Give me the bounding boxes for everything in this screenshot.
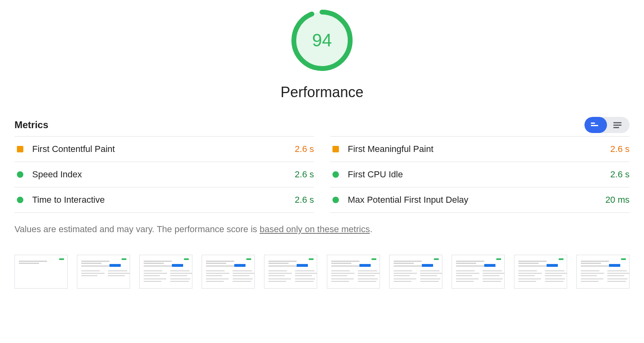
metric-left: Max Potential First Input Delay: [330, 195, 469, 205]
filmstrip-thumbnail[interactable]: [202, 255, 255, 289]
filmstrip-thumbnail[interactable]: [14, 255, 68, 289]
metric-value: 2.6 s: [610, 169, 630, 180]
filmstrip-thumbnail[interactable]: [514, 255, 567, 289]
metric-label: Speed Index: [32, 169, 82, 180]
metric-value: 2.6 s: [295, 144, 314, 154]
score-gauge: 94: [290, 8, 354, 73]
metric-label: First CPU Idle: [348, 169, 403, 180]
filmstrip-thumbnail[interactable]: [452, 255, 505, 289]
metric-label: First Contentful Paint: [32, 144, 115, 154]
svg-rect-4: [613, 122, 621, 123]
svg-rect-6: [613, 127, 619, 128]
metric-left: First Meaningful Paint: [330, 144, 433, 154]
metric-row: First Contentful Paint2.6 s: [14, 136, 314, 162]
filmstrip: [14, 255, 630, 289]
metric-row: Speed Index2.6 s: [14, 162, 314, 187]
metric-left: Speed Index: [14, 169, 82, 180]
metrics-view-toggle: [584, 117, 630, 133]
metric-label: First Meaningful Paint: [348, 144, 433, 154]
metric-value: 2.6 s: [610, 144, 630, 154]
status-pass-icon: [332, 197, 339, 203]
score-section: 94 Performance: [14, 8, 630, 101]
metric-row: Time to Interactive2.6 s: [14, 187, 314, 213]
filmstrip-thumbnail[interactable]: [77, 255, 130, 289]
metric-value: 2.6 s: [295, 195, 314, 205]
status-pass-icon: [17, 197, 23, 203]
metrics-header: Metrics: [14, 117, 630, 133]
category-title: Performance: [281, 84, 363, 101]
metric-label: Time to Interactive: [32, 195, 105, 205]
metric-row: Max Potential First Input Delay20 ms: [330, 187, 630, 213]
metrics-heading: Metrics: [14, 119, 48, 131]
disclaimer-suffix: .: [370, 224, 372, 234]
metric-value: 20 ms: [605, 195, 630, 205]
status-pass-icon: [332, 171, 339, 178]
metric-left: First CPU Idle: [330, 169, 403, 180]
metrics-disclaimer: Values are estimated and may vary. The p…: [14, 224, 630, 235]
filmstrip-thumbnail[interactable]: [264, 255, 317, 289]
metric-left: Time to Interactive: [14, 195, 105, 205]
status-average-icon: [332, 146, 339, 152]
toggle-summary-button[interactable]: [584, 117, 607, 133]
filmstrip-thumbnail[interactable]: [576, 255, 630, 289]
svg-rect-5: [613, 125, 621, 126]
metric-value: 2.6 s: [295, 169, 314, 180]
detail-view-icon: [613, 121, 623, 129]
metrics-grid: First Contentful Paint2.6 sFirst Meaning…: [14, 136, 630, 213]
disclaimer-prefix: Values are estimated and may vary. The p…: [14, 224, 260, 234]
metric-row: First CPU Idle2.6 s: [330, 162, 630, 187]
filmstrip-thumbnail[interactable]: [389, 255, 442, 289]
metric-left: First Contentful Paint: [14, 144, 115, 154]
status-average-icon: [17, 146, 23, 152]
status-pass-icon: [17, 171, 23, 178]
metric-label: Max Potential First Input Delay: [348, 195, 469, 205]
filmstrip-thumbnail[interactable]: [327, 255, 380, 289]
filmstrip-thumbnail[interactable]: [139, 255, 192, 289]
toggle-detail-button[interactable]: [607, 117, 630, 133]
svg-rect-3: [591, 125, 598, 126]
svg-rect-2: [591, 123, 595, 124]
metric-row: First Meaningful Paint2.6 s: [330, 136, 630, 162]
summary-view-icon: [591, 121, 601, 129]
score-value: 94: [290, 8, 354, 73]
disclaimer-link[interactable]: based only on these metrics: [260, 224, 370, 234]
